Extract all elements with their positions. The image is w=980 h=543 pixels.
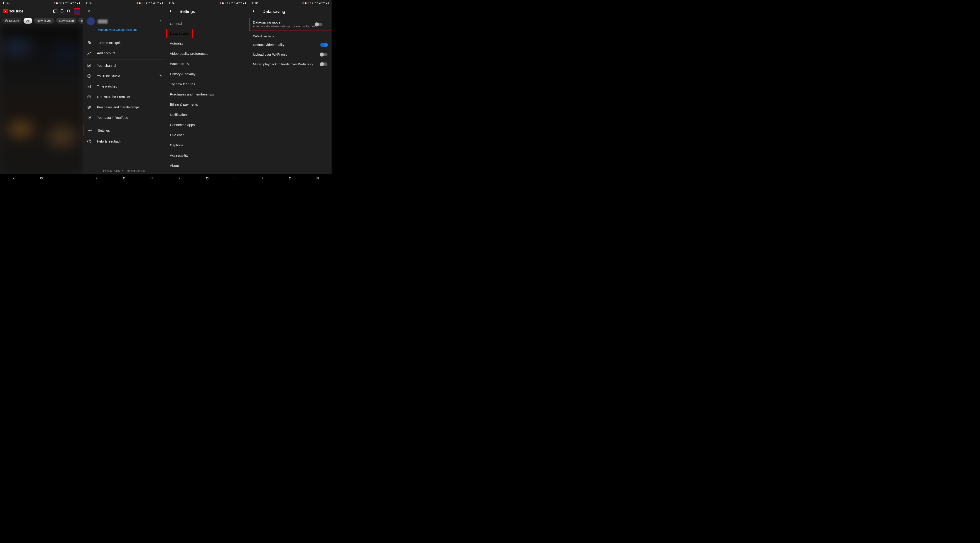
premium-icon — [87, 94, 92, 99]
data-saving-header: Data saving — [249, 6, 332, 17]
incognito-icon — [87, 40, 92, 45]
nav-bar — [166, 174, 249, 184]
settings-captions[interactable]: Captions — [166, 140, 249, 150]
settings-about[interactable]: About — [166, 160, 249, 171]
tos-link[interactable]: Terms of Service — [125, 169, 145, 172]
svg-rect-17 — [207, 177, 208, 179]
youtube-logo[interactable]: YouTube — [3, 9, 51, 13]
menu-purchases[interactable]: Purchases and memberships — [83, 102, 166, 113]
account-name-blurred: ████ — [98, 19, 156, 23]
settings-history[interactable]: History & privacy — [166, 69, 249, 79]
panel-account-menu: 11:03 ▯ ⏰ ✕ ⋮ ᯤ ᵛᵒᴸᵀᴱ ◢ ᵛᵒᴸᵀᴱ ◢ ▮ ████ M… — [83, 0, 166, 184]
settings-notifications[interactable]: Notifications — [166, 110, 249, 120]
cast-icon[interactable] — [52, 9, 58, 14]
chip-truncated[interactable]: Ru — [78, 17, 83, 24]
privacy-link[interactable]: Privacy Policy — [103, 169, 120, 172]
help-icon — [87, 139, 92, 144]
menu-youtube-studio[interactable]: YouTube Studio — [83, 71, 166, 81]
menu-incognito[interactable]: Turn on Incognito — [83, 38, 166, 48]
nav-back-icon[interactable] — [177, 176, 182, 181]
settings-icon — [88, 128, 92, 133]
nav-back-icon[interactable] — [260, 176, 265, 181]
notifications-icon[interactable] — [59, 9, 65, 14]
data-icon — [87, 115, 92, 120]
settings-purchases[interactable]: Purchases and memberships — [166, 89, 249, 99]
menu-premium[interactable]: Get YouTube Premium — [83, 92, 166, 102]
status-icons: ▯ ⏰ ✕ ⋮ ᯤ ᵛᵒᴸᵀᴱ ◢ ᵛᵒᴸᵀᴱ ◢ ▮ — [137, 2, 163, 4]
settings-watch-tv[interactable]: Watch on TV — [166, 59, 249, 69]
svg-point-4 — [88, 43, 89, 44]
menu-time-watched[interactable]: Time watched — [83, 81, 166, 92]
chip-explore[interactable]: Explore — [2, 17, 22, 24]
data-saving-mode-toggle[interactable] — [315, 23, 323, 26]
add-account-icon — [87, 51, 92, 56]
chip-survivalism[interactable]: Survivalism — [56, 17, 76, 24]
statusbar: 11:04 ▯ ⏰ ✕ ⋮ ᯤ ᵛᵒᴸᵀᴱ ◢ ᵛᵒᴸᵀᴱ ◢ ▮ — [249, 0, 332, 6]
search-icon[interactable] — [66, 9, 72, 14]
settings-list: General Data saving Autoplay Video quali… — [166, 17, 249, 171]
status-icons: ▯ ⏰ ✕ ⋮ ᯤ ᵛᵒᴸᵀᴱ ◢ ᵛᵒᴸᵀᴱ ◢ ▮ — [220, 2, 246, 4]
svg-point-14 — [89, 130, 91, 131]
menu-add-account[interactable]: Add account — [83, 48, 166, 59]
channel-icon — [87, 63, 92, 68]
time-watched-icon — [87, 84, 92, 89]
settings-try-new[interactable]: Try new features — [166, 79, 249, 89]
chip-all[interactable]: All — [24, 17, 32, 24]
upload-wifi-only-toggle[interactable] — [320, 53, 328, 56]
nav-recents-icon[interactable] — [67, 176, 71, 181]
statusbar: 11:03 ▯ ⏰ ✕ ⋮ ᯤ ᵛᵒᴸᵀᴱ ◢ ᵛᵒᴸᵀᴱ ◢ ▮ — [83, 0, 166, 6]
dot: • — [122, 169, 123, 172]
data-saving-mode-item[interactable]: Data-saving mode Automatically adjusts s… — [250, 17, 331, 31]
nav-home-icon[interactable] — [288, 176, 293, 181]
nav-home-icon[interactable] — [205, 176, 210, 181]
reduce-video-quality-item[interactable]: Reduce video quality — [249, 40, 332, 49]
settings-billing[interactable]: Billing & payments — [166, 99, 249, 110]
nav-back-icon[interactable] — [94, 176, 99, 181]
nav-recents-icon[interactable] — [315, 176, 320, 181]
upload-wifi-only-item[interactable]: Upload over Wi-Fi only — [249, 49, 332, 59]
divider — [249, 69, 332, 69]
account-header[interactable]: ████ — [83, 17, 166, 27]
status-icons: ▯ ⏰ ✕ ⋮ ᯤ ᵛᵒᴸᵀᴱ ◢ ᵛᵒᴸᵀᴱ ◢ ▮ — [302, 2, 329, 4]
close-button[interactable] — [83, 6, 166, 17]
menu-your-channel[interactable]: Your channel — [83, 60, 166, 71]
statusbar: 11:03 ▯ ⏰ ✕ ⋮ ᯤ ᵛᵒᴸᵀᴱ ◢ ᵛᵒᴸᵀᴱ ◢ ▮ — [166, 0, 249, 6]
menu-help[interactable]: Help & feedback — [83, 136, 166, 147]
nav-back-icon[interactable] — [11, 176, 16, 181]
settings-general[interactable]: General — [166, 19, 249, 29]
panel-youtube-home: 11:03 ▯ ⏰ ✕ ⋮ ᯤ ᵛᵒᴸᵀᴱ ◢ ᵛᵒᴸᵀᴱ ◢ ▮ YouTub… — [0, 0, 83, 184]
svg-point-8 — [89, 65, 89, 66]
youtube-wordmark: YouTube — [9, 9, 23, 13]
status-icons: ▯ ⏰ ✕ ⋮ ᯤ ᵛᵒᴸᵀᴱ ◢ ᵛᵒᴸᵀᴱ ◢ ▮ — [54, 2, 80, 4]
settings-header: Settings — [166, 6, 249, 17]
back-arrow-icon[interactable] — [169, 9, 174, 14]
nav-recents-icon[interactable] — [233, 176, 237, 181]
settings-connected[interactable]: Connected apps — [166, 120, 249, 130]
reduce-video-quality-toggle[interactable] — [320, 43, 328, 47]
footer-links: Privacy Policy • Terms of Service — [83, 169, 166, 172]
data-saving-list: Data-saving mode Automatically adjusts s… — [249, 17, 332, 69]
settings-live-chat[interactable]: Live chat — [166, 130, 249, 140]
nav-home-icon[interactable] — [39, 176, 44, 181]
settings-data-saving[interactable]: Data saving — [166, 29, 249, 38]
avatar-button[interactable] — [74, 8, 80, 14]
menu-your-data[interactable]: Your data in YouTube — [83, 113, 166, 123]
svg-point-5 — [89, 43, 90, 44]
settings-autoplay[interactable]: Autoplay — [166, 38, 249, 48]
statusbar: 11:03 ▯ ⏰ ✕ ⋮ ᯤ ᵛᵒᴸᵀᴱ ◢ ᵛᵒᴸᵀᴱ ◢ ▮ — [0, 0, 83, 6]
nav-recents-icon[interactable] — [150, 176, 154, 181]
muted-playback-wifi-toggle[interactable] — [320, 62, 328, 66]
youtube-play-icon — [3, 9, 8, 13]
menu-settings[interactable]: Settings — [84, 125, 165, 136]
svg-rect-0 — [53, 10, 57, 12]
nav-bar — [0, 174, 83, 184]
muted-playback-wifi-item[interactable]: Muted playback in feeds over Wi-Fi only — [249, 59, 332, 69]
nav-home-icon[interactable] — [122, 176, 127, 181]
svg-point-1 — [67, 10, 70, 12]
chip-new-to-you[interactable]: New to you — [34, 17, 54, 24]
manage-google-account-link[interactable]: Manage your Google Account — [83, 27, 166, 34]
settings-video-quality[interactable]: Video quality preferences — [166, 48, 249, 59]
settings-accessibility[interactable]: Accessibility — [166, 150, 249, 160]
data-saving-title: Data saving — [262, 9, 285, 14]
back-arrow-icon[interactable] — [252, 9, 257, 14]
